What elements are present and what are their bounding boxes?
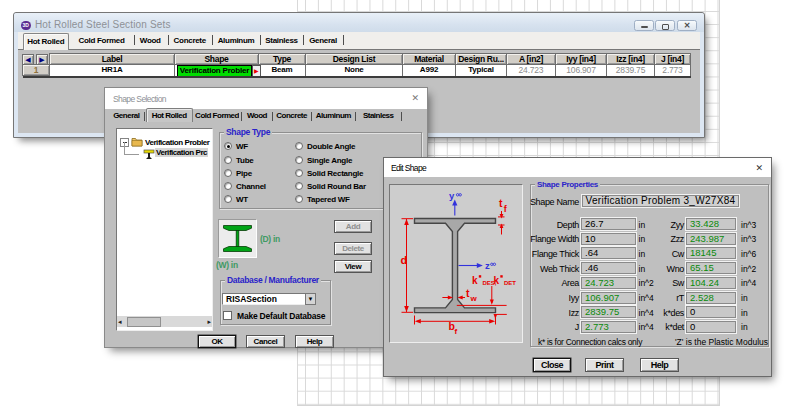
svg-text:f: f — [504, 204, 508, 214]
svg-text:DET: DET — [504, 280, 516, 286]
svg-text:k: k — [472, 275, 478, 286]
svg-text:t: t — [466, 287, 470, 299]
svg-text:y: y — [449, 190, 455, 201]
svg-text:k: k — [494, 275, 500, 286]
svg-text:z: z — [485, 260, 490, 271]
svg-text:t: t — [499, 197, 503, 209]
svg-text:w: w — [470, 294, 478, 303]
svg-text:f: f — [455, 327, 458, 336]
svg-text:d: d — [401, 254, 408, 266]
